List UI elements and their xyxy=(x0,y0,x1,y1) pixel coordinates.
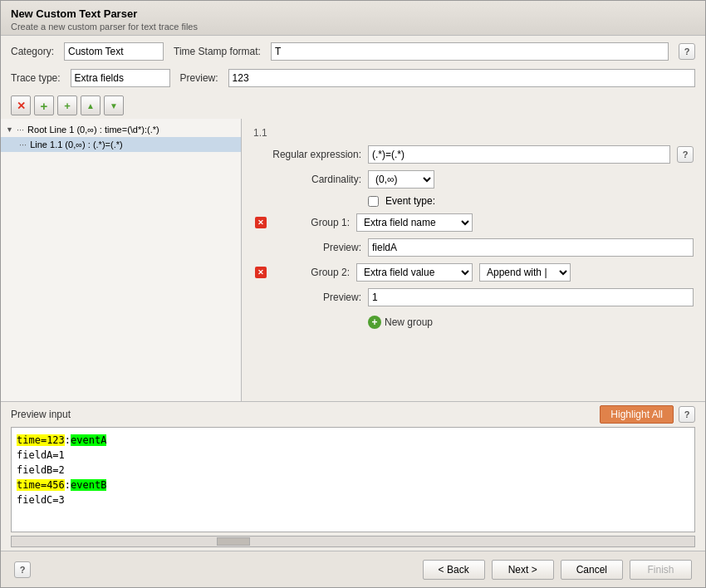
dialog-title: New Custom Text Parser xyxy=(11,7,695,20)
group2-append-select[interactable]: Append with | xyxy=(479,263,571,282)
group1-preview-value[interactable] xyxy=(368,238,694,257)
back-button[interactable]: < Back xyxy=(423,560,485,580)
preview-line-1: time=123:eventA xyxy=(17,433,689,448)
next-button[interactable]: Next > xyxy=(492,560,554,580)
preview-highlight-time2: time= xyxy=(17,479,47,491)
preview-line-3: fieldB=2 xyxy=(17,463,689,478)
group2-label: Group 2: xyxy=(275,267,350,278)
highlight-all-button[interactable]: Highlight All xyxy=(600,405,674,424)
event-type-row: Event type: xyxy=(253,195,694,207)
footer-left: ? xyxy=(14,561,31,578)
regex-row: Regular expression: ? xyxy=(253,145,694,164)
preview-section: Preview input Highlight All ? time=123:e… xyxy=(1,401,705,551)
preview-input[interactable] xyxy=(228,69,695,87)
timestamp-input[interactable] xyxy=(271,42,669,61)
add-child-icon: + xyxy=(64,100,71,112)
event-type-checkbox[interactable] xyxy=(368,196,379,207)
cancel-button[interactable]: Cancel xyxy=(561,560,623,580)
preview-input-label: Preview input xyxy=(11,409,71,420)
root-dots: ··· xyxy=(17,125,24,135)
timestamp-help-button[interactable]: ? xyxy=(679,43,695,60)
dialog-subtitle: Create a new custom parser for text trac… xyxy=(11,22,695,32)
regex-label: Regular expression: xyxy=(253,149,361,160)
section-title: 1.1 xyxy=(253,127,694,139)
preview-help-button[interactable]: ? xyxy=(679,406,695,423)
group1-preview-label: Preview: xyxy=(253,242,361,253)
expand-icon: ▼ xyxy=(6,125,13,134)
preview-highlight-123: 123 xyxy=(47,434,65,446)
new-group-button[interactable]: + New group xyxy=(361,313,694,331)
dialog-header: New Custom Text Parser Create a new cust… xyxy=(1,1,705,36)
cardinality-row: Cardinality: (0,∞) xyxy=(253,170,694,189)
move-up-button[interactable]: ▲ xyxy=(81,96,101,115)
child-dots: ··· xyxy=(19,140,27,149)
cardinality-label: Cardinality: xyxy=(253,174,361,185)
preview-controls: Highlight All ? xyxy=(600,405,695,424)
group1-label: Group 1: xyxy=(275,217,350,228)
finish-button[interactable]: Finish xyxy=(630,560,692,580)
up-icon: ▲ xyxy=(86,101,95,110)
right-panel: 1.1 Regular expression: ? Cardinality: (… xyxy=(242,119,705,401)
timestamp-label: Time Stamp format: xyxy=(174,46,261,57)
category-label: Category: xyxy=(11,46,54,57)
preview-line-5: fieldC=3 xyxy=(17,492,689,507)
top-fields-row: Category: Time Stamp format: ? xyxy=(1,36,705,67)
add-button[interactable]: + xyxy=(34,96,54,115)
group2-preview-label: Preview: xyxy=(253,292,361,303)
footer-right: < Back Next > Cancel Finish xyxy=(423,560,692,580)
group1-row: ✕ Group 1: Extra field name xyxy=(253,213,694,232)
preview-highlight-456: 456 xyxy=(47,479,65,491)
category-input[interactable] xyxy=(64,42,164,61)
toolbar: ✕ + + ▲ ▼ xyxy=(1,92,705,119)
tree-child-item[interactable]: ··· Line 1.1 (0,∞) : (.*)=(.*) xyxy=(1,137,241,152)
group1-preview-row: Preview: xyxy=(253,238,694,257)
dialog: New Custom Text Parser Create a new cust… xyxy=(0,0,706,588)
delete-icon: ✕ xyxy=(17,100,26,112)
group1-delete-button[interactable]: ✕ xyxy=(253,215,268,230)
cardinality-select[interactable]: (0,∞) xyxy=(368,170,434,189)
group2-type-select[interactable]: Extra field value xyxy=(356,263,473,282)
regex-input[interactable] xyxy=(368,145,670,164)
group1-delete-icon: ✕ xyxy=(255,217,267,228)
tree-root-item[interactable]: ▼ ··· Root Line 1 (0,∞) : time=(\d*):(.*… xyxy=(1,122,241,137)
scrollbar-thumb xyxy=(217,537,250,546)
left-panel: ▼ ··· Root Line 1 (0,∞) : time=(\d*):(.*… xyxy=(1,119,242,401)
tracetype-label: Trace type: xyxy=(11,72,61,84)
preview-header: Preview input Highlight All ? xyxy=(1,402,705,427)
down-icon: ▼ xyxy=(110,101,118,110)
group2-delete-icon: ✕ xyxy=(255,267,267,278)
tracetype-input[interactable] xyxy=(71,69,170,87)
main-content: ▼ ··· Root Line 1 (0,∞) : time=(\d*):(.*… xyxy=(1,119,705,401)
dialog-footer: ? < Back Next > Cancel Finish xyxy=(1,551,705,587)
root-item-label: Root Line 1 (0,∞) : time=(\d*):(.*) xyxy=(27,125,159,135)
add-icon: + xyxy=(41,99,48,113)
preview-highlight-eventb: eventB xyxy=(71,479,106,491)
row2: Trace type: Preview: xyxy=(1,67,705,92)
child-item-label: Line 1.1 (0,∞) : (.*)=(.*) xyxy=(30,140,122,149)
group2-preview-row: Preview: xyxy=(253,288,694,306)
footer-help-button[interactable]: ? xyxy=(14,561,31,578)
add-child-button[interactable]: + xyxy=(57,96,77,115)
preview-colon1: : xyxy=(65,434,71,446)
new-group-plus-icon: + xyxy=(368,316,381,329)
group1-type-select[interactable]: Extra field name xyxy=(356,213,473,232)
event-type-label: Event type: xyxy=(385,195,435,207)
dialog-body: Category: Time Stamp format: ? Trace typ… xyxy=(1,36,705,551)
delete-button[interactable]: ✕ xyxy=(11,96,31,115)
move-down-button[interactable]: ▼ xyxy=(104,96,124,115)
group2-row: ✕ Group 2: Extra field value Append with… xyxy=(253,263,694,282)
preview-content[interactable]: time=123:eventA fieldA=1 fieldB=2 time=4… xyxy=(11,427,695,532)
horizontal-scrollbar[interactable] xyxy=(11,536,695,547)
preview-line-4: time=456:eventB xyxy=(17,478,689,492)
regex-help-button[interactable]: ? xyxy=(677,146,694,163)
new-group-label: New group xyxy=(385,316,433,328)
group2-delete-button[interactable]: ✕ xyxy=(253,265,268,280)
preview-label: Preview: xyxy=(180,72,218,84)
preview-line-2: fieldA=1 xyxy=(17,448,689,463)
preview-colon2: : xyxy=(65,479,71,491)
group2-preview-value[interactable] xyxy=(368,288,694,306)
preview-highlight-eventa: eventA xyxy=(71,434,106,446)
preview-highlight-time1: time= xyxy=(17,434,47,446)
